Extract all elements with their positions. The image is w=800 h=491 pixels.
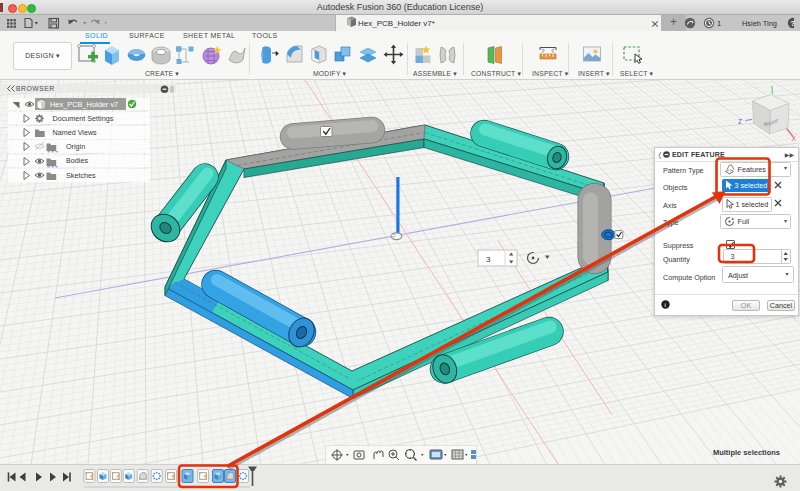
svg-text:3: 3: [486, 255, 491, 264]
svg-text:X: X: [792, 135, 797, 142]
svg-text:?: ?: [791, 19, 794, 28]
svg-text:1: 1: [717, 19, 721, 28]
svg-text:i: i: [664, 301, 666, 308]
svg-text:Hsieh Ting: Hsieh Ting: [742, 19, 777, 28]
svg-text:Z: Z: [738, 118, 742, 125]
